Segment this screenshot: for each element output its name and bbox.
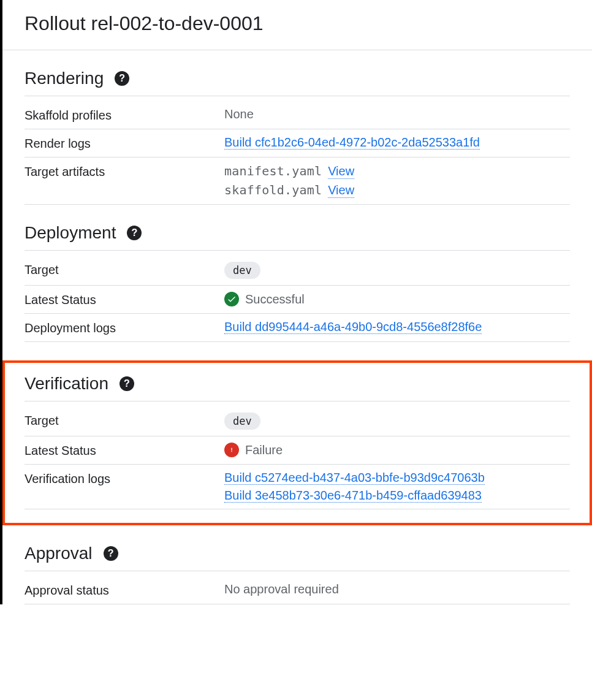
deployment-heading: Deployment (25, 223, 116, 243)
artifact-file: skaffold.yaml (224, 183, 322, 197)
deployment-target-row: Target dev (25, 256, 570, 286)
deployment-status-value: Successful (245, 292, 305, 306)
skaffold-profiles-row: Skaffold profiles None (25, 101, 570, 129)
check-circle-icon (224, 292, 239, 306)
rendering-section: Rendering ? Skaffold profiles None Rende… (2, 50, 592, 205)
deployment-target-label: Target (25, 262, 224, 277)
verification-heading: Verification (25, 374, 108, 394)
verification-logs-row: Verification logs Build c5274eed-b437-4a… (25, 465, 570, 509)
target-chip: dev (224, 413, 260, 430)
help-icon[interactable]: ? (115, 71, 129, 86)
render-logs-link[interactable]: Build cfc1b2c6-04ed-4972-b02c-2da52533a1… (224, 135, 480, 150)
page-title: Rollout rel-002-to-dev-0001 (25, 12, 570, 35)
verification-log-link[interactable]: Build 3e458b73-30e6-471b-b459-cffaad6394… (224, 489, 482, 503)
verification-highlight: Verification ? Target dev Latest Status … (2, 360, 592, 525)
deployment-logs-link[interactable]: Build dd995444-a46a-49b0-9cd8-4556e8f28f… (224, 320, 482, 334)
deployment-section: Deployment ? Target dev Latest Status Su… (2, 205, 592, 342)
help-icon[interactable]: ? (104, 546, 118, 561)
approval-heading: Approval (25, 544, 93, 563)
error-circle-icon (224, 443, 239, 457)
approval-section: Approval ? Approval status No approval r… (2, 525, 592, 604)
verification-status-row: Latest Status Failure (25, 436, 570, 465)
help-icon[interactable]: ? (127, 226, 142, 240)
target-artifacts-row: Target artifacts manifest.yaml View skaf… (25, 158, 570, 205)
artifact-file: manifest.yaml (224, 164, 322, 178)
verification-status-label: Latest Status (25, 443, 224, 458)
title-bar: Rollout rel-002-to-dev-0001 (2, 0, 592, 50)
verification-status-value: Failure (245, 443, 283, 457)
skaffold-profiles-value: None (224, 107, 570, 121)
artifact-line: manifest.yaml View (224, 164, 570, 179)
target-artifacts-label: Target artifacts (25, 164, 224, 179)
artifact-view-link[interactable]: View (328, 164, 354, 179)
render-logs-label: Render logs (25, 135, 224, 151)
verification-log-link[interactable]: Build c5274eed-b437-4a03-bbfe-b93d9c4706… (224, 471, 485, 485)
artifact-line: skaffold.yaml View (224, 183, 570, 198)
deployment-logs-label: Deployment logs (25, 320, 224, 335)
verification-target-row: Target dev (25, 406, 570, 436)
approval-status-value: No approval required (224, 582, 570, 596)
deployment-logs-row: Deployment logs Build dd995444-a46a-49b0… (25, 314, 570, 342)
verification-target-label: Target (25, 413, 224, 428)
deployment-status-label: Latest Status (25, 292, 224, 307)
deployment-status-row: Latest Status Successful (25, 286, 570, 314)
render-logs-row: Render logs Build cfc1b2c6-04ed-4972-b02… (25, 129, 570, 158)
target-chip: dev (224, 262, 260, 279)
help-icon[interactable]: ? (120, 376, 134, 391)
approval-status-label: Approval status (25, 582, 224, 598)
artifact-view-link[interactable]: View (328, 183, 354, 198)
skaffold-profiles-label: Skaffold profiles (25, 107, 224, 123)
approval-status-row: Approval status No approval required (25, 576, 570, 604)
rendering-heading: Rendering (25, 69, 104, 88)
verification-logs-label: Verification logs (25, 471, 224, 486)
